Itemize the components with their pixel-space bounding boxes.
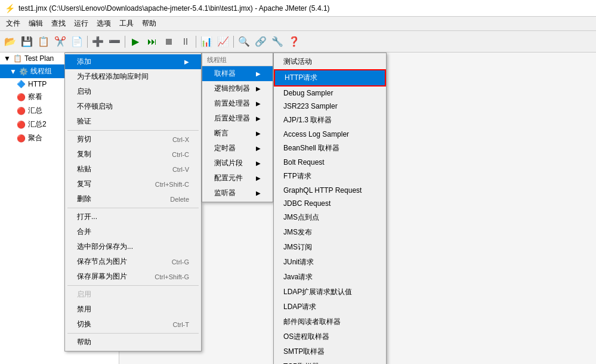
- ctx1-open[interactable]: 打开...: [65, 209, 201, 224]
- ctx3-mail-reader[interactable]: 邮件阅读者取样器: [274, 314, 386, 329]
- summary1-label: 汇总: [28, 106, 42, 116]
- ctx1-paste[interactable]: 粘贴 Ctrl-V: [65, 162, 201, 177]
- ctx1-cut-shortcut: Ctrl-X: [172, 136, 189, 143]
- toolbar-template[interactable]: 🔧: [270, 34, 285, 50]
- ctx2-post-proc[interactable]: 后置处理器 ▶: [202, 111, 273, 126]
- ctx1-toggle[interactable]: 切换 Ctrl-T: [65, 317, 201, 332]
- toolbar-stop[interactable]: ⏹: [161, 34, 177, 50]
- ctx1-cut-label: 剪切: [77, 134, 91, 144]
- toolbar: 📂 💾 📋 ✂️ 📄 ➕ ➖ ▶ ⏭ ⏹ ⏸ 📊 📈 🔍 🔗 🔧 ❓: [0, 31, 596, 53]
- ctx3-http-request[interactable]: HTTP请求: [274, 69, 386, 87]
- ctx2-logic-ctrl[interactable]: 逻辑控制器 ▶: [202, 81, 273, 96]
- ctx1-delete[interactable]: 删除 Delete: [65, 192, 201, 206]
- ctx3-jms-publish[interactable]: JMS发布: [274, 225, 386, 240]
- ctx1-duplicate[interactable]: 复写 Ctrl+Shift-C: [65, 177, 201, 192]
- menu-tools[interactable]: 工具: [116, 17, 137, 30]
- toolbar-remove[interactable]: ➖: [107, 34, 122, 50]
- ctx3-jsr223-sampler[interactable]: JSR223 Sampler: [274, 100, 386, 113]
- ctx1-add-response-time[interactable]: 为子线程添加响应时间: [65, 69, 201, 84]
- ctx3-tcp-sampler[interactable]: TCP取样器: [274, 359, 386, 364]
- ctx3-mail-reader-label: 邮件阅读者取样器: [283, 317, 341, 327]
- ctx3-ldap-defaults[interactable]: LDAP扩展请求默认值: [274, 285, 386, 300]
- toolbar-search[interactable]: 🔍: [236, 34, 252, 50]
- ctx2-config-element[interactable]: 配置元件 ▶: [202, 171, 273, 186]
- ctx2-header: 线程组: [202, 54, 273, 66]
- summary1-icon: 🔴: [17, 107, 26, 115]
- toolbar-shutdown[interactable]: ⏸: [178, 34, 193, 50]
- ctx1-enable-label: 启用: [77, 289, 91, 300]
- toolbar-start[interactable]: ▶: [128, 34, 143, 50]
- ctx2-logic-ctrl-label: 逻辑控制器: [214, 84, 250, 94]
- ctx3-graphql-request[interactable]: GraphQL HTTP Request: [274, 184, 386, 197]
- menu-options[interactable]: 选项: [93, 17, 115, 30]
- ctx3-smtp-sampler[interactable]: SMTP取样器: [274, 344, 386, 359]
- ctx1-add-label: 添加: [77, 57, 91, 67]
- ctx3-ftp-request[interactable]: FTP请求: [274, 169, 386, 184]
- toolbar-new[interactable]: 📂: [2, 34, 18, 50]
- menu-run[interactable]: 运行: [70, 17, 92, 30]
- aggregate-label: 聚合: [28, 133, 42, 143]
- ctx1-save-screen-img[interactable]: 保存屏幕为图片 Ctrl+Shift-G: [65, 269, 201, 284]
- testplan-label: Test Plan: [24, 54, 54, 63]
- toolbar-clear-all[interactable]: 📈: [215, 34, 231, 50]
- toolbar-clear[interactable]: 📊: [199, 34, 214, 50]
- ctx1-validate[interactable]: 验证: [65, 114, 201, 129]
- ctx1-duplicate-label: 复写: [77, 179, 91, 189]
- ctx3-junit-request[interactable]: JUnit请求: [274, 255, 386, 270]
- ctx1-add[interactable]: 添加 ▶: [65, 54, 201, 69]
- context-menu-3: 测试活动 HTTP请求 Debug Sampler JSR223 Sampler…: [273, 53, 387, 364]
- ctx2-sampler-arrow: ▶: [256, 70, 261, 77]
- toolbar-help[interactable]: ❓: [286, 34, 302, 50]
- ctx2-pre-proc[interactable]: 前置处理器 ▶: [202, 96, 273, 111]
- ctx3-jms-subscribe[interactable]: JMS订阅: [274, 240, 386, 255]
- menu-edit[interactable]: 编辑: [25, 17, 47, 30]
- ctx1-copy[interactable]: 复制 Ctrl-C: [65, 147, 201, 162]
- ctx1-cut[interactable]: 剪切 Ctrl-X: [65, 132, 201, 147]
- ctx2-timer[interactable]: 定时器 ▶: [202, 141, 273, 156]
- menu-file[interactable]: 文件: [2, 17, 24, 30]
- toolbar-remote[interactable]: 🔗: [253, 34, 268, 50]
- ctx3-beanshell-sampler[interactable]: BeanShell 取样器: [274, 141, 386, 156]
- ctx1-save-selected[interactable]: 选中部分保存为...: [65, 239, 201, 254]
- ctx3-jdbc-request[interactable]: JDBC Request: [274, 197, 386, 210]
- ctx3-beanshell-sampler-label: BeanShell 取样器: [283, 143, 339, 153]
- ctx2-sampler[interactable]: 取样器 ▶: [202, 66, 273, 81]
- toolbar-save[interactable]: 💾: [19, 34, 35, 50]
- toolbar-add[interactable]: ➕: [90, 34, 106, 50]
- ctx1-save-node-img[interactable]: 保存节点为图片 Ctrl-G: [65, 254, 201, 269]
- ctx1-save-node-img-label: 保存节点为图片: [77, 257, 127, 267]
- ctx2-sampler-label: 取样器: [214, 69, 236, 79]
- toolbar-paste[interactable]: 📄: [69, 34, 85, 50]
- ctx2-test-fragment[interactable]: 测试片段 ▶: [202, 156, 273, 171]
- ctx1-help[interactable]: 帮助: [65, 335, 201, 350]
- toolbar-start-no-pause[interactable]: ⏭: [144, 34, 160, 50]
- ctx3-ajp-sampler[interactable]: AJP/1.3 取样器: [274, 113, 386, 128]
- ctx1-save-screen-img-shortcut: Ctrl+Shift-G: [155, 273, 189, 280]
- ctx2-assertion[interactable]: 断言 ▶: [202, 126, 273, 141]
- ctx3-jms-point[interactable]: JMS点到点: [274, 210, 386, 225]
- toolbar-copy[interactable]: 📋: [36, 34, 51, 50]
- ctx1-sep-3: [67, 285, 199, 286]
- ctx3-bolt-request[interactable]: Bolt Request: [274, 156, 386, 169]
- toolbar-cut[interactable]: ✂️: [53, 34, 68, 50]
- ctx1-start[interactable]: 启动: [65, 84, 201, 99]
- ctx3-java-request[interactable]: Java请求: [274, 270, 386, 285]
- ctx2-listener[interactable]: 监听器 ▶: [202, 186, 273, 200]
- ctx2-logic-arrow: ▶: [256, 85, 261, 92]
- ctx1-save-node-img-shortcut: Ctrl-G: [172, 258, 189, 266]
- ctx3-os-process[interactable]: OS进程取样器: [274, 329, 386, 344]
- menu-help[interactable]: 帮助: [138, 17, 160, 30]
- ctx3-debug-sampler[interactable]: Debug Sampler: [274, 87, 386, 100]
- ctx3-access-log-sampler[interactable]: Access Log Sampler: [274, 128, 386, 141]
- menu-find[interactable]: 查找: [48, 17, 69, 30]
- ctx3-jdbc-request-label: JDBC Request: [283, 199, 331, 208]
- ctx3-test-action[interactable]: 测试活动: [274, 54, 386, 69]
- ctx1-disable[interactable]: 禁用: [65, 302, 201, 317]
- ctx1-save-selected-label: 选中部分保存为...: [77, 242, 133, 252]
- ctx2-listener-arrow: ▶: [256, 190, 261, 196]
- ctx1-delete-shortcut: Delete: [170, 196, 189, 203]
- ctx1-merge[interactable]: 合并: [65, 224, 201, 239]
- ctx3-junit-request-label: JUnit请求: [283, 257, 314, 267]
- ctx1-start-no-pause[interactable]: 不停顿启动: [65, 99, 201, 114]
- ctx3-ldap-request[interactable]: LDAP请求: [274, 300, 386, 314]
